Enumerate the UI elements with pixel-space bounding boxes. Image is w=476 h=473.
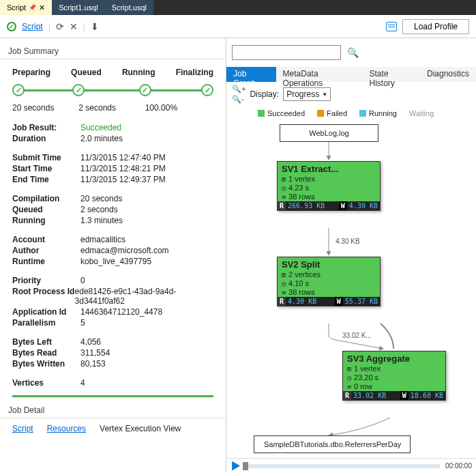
load-profile-button[interactable]: Load Profile: [402, 19, 469, 34]
job-summary-panel: Job Summary Preparing Queued Running Fin…: [0, 38, 226, 473]
kv-row: Duration2.0 minutes: [12, 133, 213, 144]
tab-job-graph[interactable]: Job Graph: [226, 67, 276, 82]
detail-links: Script Resources Vertex Execution View: [0, 418, 226, 439]
close-icon[interactable]: ✕: [39, 3, 45, 12]
stage-node-sv1[interactable]: SV1 Extract... ⊞1 vertex ◷4.23 s ≡38 row…: [277, 161, 381, 211]
display-dropdown[interactable]: Progress▼: [283, 87, 331, 101]
kv-row: Accountedmacalitics: [12, 234, 213, 245]
kv-row: Running1.3 minutes: [12, 215, 213, 226]
refresh-icon[interactable]: ⟳: [56, 21, 64, 32]
legend: Succeeded Failed Running Waiting: [226, 106, 476, 120]
search-icon[interactable]: 🔍: [347, 47, 359, 58]
play-icon[interactable]: [230, 461, 240, 471]
summary-table: Job Result:SucceededDuration2.0 minutesS…: [0, 122, 226, 388]
edge-label: 4.30 KB: [336, 238, 360, 245]
tab-state-history[interactable]: State History: [363, 67, 420, 82]
display-label: Display:: [250, 89, 279, 99]
kv-row: Root Process Idede81426-e9c1-43ad-9a4d-3…: [12, 286, 213, 306]
kv-row: Bytes Read311,554: [12, 347, 213, 358]
kv-row: Submit Time11/3/2015 12:47:40 PM: [12, 152, 213, 163]
tab-script1-usql[interactable]: Script1.usql: [52, 0, 104, 15]
kv-row: End Time11/3/2015 12:49:37 PM: [12, 174, 213, 185]
vertex-icon: ⊞: [282, 175, 286, 183]
kv-row: Parallelism5: [12, 317, 213, 328]
cancel-icon[interactable]: ✕: [70, 21, 78, 32]
timeline-slider[interactable]: [243, 464, 440, 468]
stage-values: 20 seconds 2 seconds 100.00%: [0, 103, 226, 122]
divider: [12, 395, 213, 397]
time-display: 00:00:00: [445, 462, 472, 470]
link-resources[interactable]: Resources: [47, 424, 86, 433]
script-link[interactable]: Script: [22, 22, 43, 31]
stage-labels: Preparing Queued Running Finalizing: [0, 59, 226, 81]
job-toolbar: ✓ Script | ⟳ ✕ | ⬇ Load Profile: [0, 15, 476, 38]
tab-label: Script: [7, 3, 26, 12]
kv-row: Priority0: [12, 275, 213, 286]
zoom-out-icon[interactable]: 🔍-: [232, 95, 246, 104]
kv-row: Start Time11/3/2015 12:48:21 PM: [12, 163, 213, 174]
message-icon[interactable]: [386, 22, 397, 31]
editor-tabs: Script 📌 ✕ Script1.usql Script.usql: [0, 0, 476, 15]
kv-row: Job Result:Succeeded: [12, 122, 213, 133]
job-graph-panel: 🔍 Job Graph MetaData Operations State Hi…: [226, 38, 476, 473]
kv-row: Queued2 seconds: [12, 204, 213, 215]
tab-label: Script1.usql: [59, 3, 98, 12]
zoom-in-icon[interactable]: 🔍+: [232, 85, 246, 94]
tab-metadata-ops[interactable]: MetaData Operations: [276, 67, 363, 82]
chevron-down-icon: ▼: [322, 91, 327, 98]
stage-title: SV2 Split: [278, 257, 380, 270]
stage-node-sv2[interactable]: SV2 Split ⊞2 vertices ◷4.10 s ≡38 rows R…: [277, 257, 381, 306]
summary-heading: Job Summary: [0, 42, 226, 59]
rows-icon: ≡: [282, 193, 286, 201]
tab-diagnostics[interactable]: Diagnostics: [420, 67, 476, 82]
graph-canvas[interactable]: WebLog.log SV1 Extract... ⊞1 vertex ◷4.2…: [226, 120, 476, 458]
download-icon[interactable]: ⬇: [91, 21, 99, 32]
kv-row: Bytes Left4,056: [12, 336, 213, 347]
link-script[interactable]: Script: [12, 424, 33, 433]
input-node[interactable]: WebLog.log: [280, 124, 378, 142]
timeline: 00:00:00: [226, 458, 476, 473]
detail-heading: Job Detail: [0, 401, 226, 418]
pin-icon: 📌: [29, 4, 36, 11]
kv-row: Authoredmaca@microsoft.com: [12, 245, 213, 256]
kv-row: Runtimekobo_live_4397795: [12, 256, 213, 267]
edge-label: 33.02 K...: [342, 332, 372, 339]
tab-script[interactable]: Script 📌 ✕: [0, 0, 52, 15]
kv-row: Bytes Written80,153: [12, 358, 213, 369]
stage-title: SV1 Extract...: [278, 162, 380, 175]
graph-tabs: Job Graph MetaData Operations State Hist…: [226, 67, 476, 82]
tab-label: Script.usql: [112, 3, 147, 12]
link-vertex-execution[interactable]: Vertex Execution View: [100, 424, 181, 433]
time-icon: ◷: [282, 184, 286, 192]
output-node[interactable]: SampleDBTutorials.dbo.ReferrersPerDay: [254, 435, 411, 453]
kv-row: Compilation20 seconds: [12, 193, 213, 204]
stage-node-sv3[interactable]: SV3 Aggregate ⊞1 vertex ◷23.20 s ≡0 row …: [342, 351, 446, 401]
search-input[interactable]: [232, 45, 341, 60]
stage-title: SV3 Aggregate: [343, 352, 445, 364]
stage-progress: ✓ ✓ ✓ ✓: [12, 81, 213, 99]
kv-row: Vertices4: [12, 377, 213, 388]
tab-script-usql[interactable]: Script.usql: [105, 0, 153, 15]
kv-row: Application Id1446364712120_4478: [12, 306, 213, 317]
status-ok-icon: ✓: [7, 22, 16, 31]
